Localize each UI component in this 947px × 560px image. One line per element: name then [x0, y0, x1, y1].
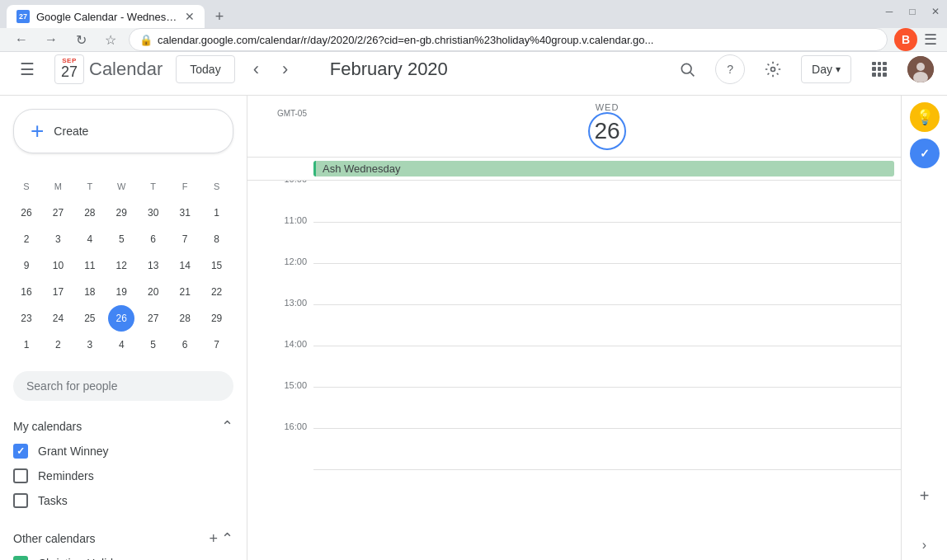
tasks-panel-icon[interactable]: ✓ — [910, 139, 940, 168]
add-other-calendar-icon[interactable]: + — [209, 530, 218, 548]
app: ☰ SEP 27 Calendar Today ‹ › February 202… — [0, 43, 947, 560]
create-button[interactable]: + Create — [13, 109, 233, 153]
my-calendars-header[interactable]: My calendars ⌃ — [13, 414, 233, 439]
apps-button[interactable] — [865, 54, 894, 84]
view-selector[interactable]: Day ▾ — [801, 55, 851, 83]
minimize-button[interactable]: ─ — [878, 0, 901, 23]
calendar-main: GMT-05 WED 26 Ash Wednesday 10:00 — [247, 96, 901, 560]
tab-close-icon[interactable]: ✕ — [185, 10, 195, 23]
expand-my-calendars-icon[interactable]: ⌃ — [221, 417, 233, 435]
create-plus-icon: + — [31, 120, 44, 143]
browser-chrome: ─ □ ✕ 27 Google Calendar - Wednesday, Fe… — [0, 0, 947, 43]
time-row: 16:00 — [247, 428, 901, 469]
mini-cal-header-row: S M T W T F S — [13, 173, 233, 200]
reminders-checkbox[interactable] — [13, 468, 28, 483]
day-name: WED — [596, 102, 620, 112]
time-row: 10:00 — [247, 181, 901, 222]
calendar-logo: SEP 27 Calendar — [54, 54, 163, 84]
other-calendars-section: Other calendars + ⌃ ✓ Christian Holidays — [0, 520, 247, 560]
search-button[interactable] — [672, 54, 702, 84]
prev-arrow[interactable]: ‹ — [248, 54, 264, 85]
mini-calendar: S M T W T F S 26 27 28 29 30 31 1 — [0, 167, 247, 365]
logo-icon: SEP 27 — [54, 54, 84, 84]
app-name: Calendar — [89, 59, 163, 80]
all-day-row: Ash Wednesday — [247, 158, 901, 181]
day-column-header: WED 26 — [313, 102, 901, 150]
create-label: Create — [54, 125, 88, 138]
gmt-label: GMT-05 — [247, 102, 313, 118]
time-row: 13:00 — [247, 304, 901, 346]
grant-winney-checkbox[interactable]: ✓ — [13, 444, 28, 459]
sidebar: + Create S M T W T F S 26 27 28 2 — [0, 96, 247, 560]
day-header: GMT-05 WED 26 — [247, 96, 901, 158]
scroll-area: 10:00 11:00 12:00 13:00 — [247, 181, 901, 560]
calendar-item-christian-holidays[interactable]: ✓ Christian Holidays — [13, 551, 233, 560]
day-number[interactable]: 26 — [588, 112, 626, 150]
search-people-input[interactable]: Search for people — [13, 371, 233, 401]
calendar-content: 10:00 11:00 12:00 13:00 — [247, 181, 901, 560]
calendar-item-grant-winney[interactable]: ✓ Grant Winney — [13, 439, 233, 464]
my-calendars-title: My calendars — [13, 420, 82, 433]
suggestions-icon[interactable]: 💡 — [910, 102, 940, 132]
tab-title: Google Calendar - Wednesday, Fe — [36, 11, 178, 23]
svg-point-4 — [916, 63, 925, 71]
calendar-item-reminders[interactable]: Reminders — [13, 464, 233, 488]
settings-button[interactable] — [758, 54, 788, 84]
user-avatar[interactable] — [907, 56, 934, 82]
christian-holidays-label: Christian Holidays — [38, 557, 131, 560]
month-title: February 2020 — [306, 59, 471, 80]
time-row: 12:00 — [247, 263, 901, 304]
hamburger-menu[interactable]: ☰ — [13, 53, 41, 86]
time-row: 15:00 — [247, 387, 901, 428]
app-body: + Create S M T W T F S 26 27 28 2 — [0, 96, 947, 560]
help-button[interactable]: ? — [715, 54, 745, 84]
other-calendars-title: Other calendars — [13, 532, 96, 545]
today-button[interactable]: Today — [176, 55, 234, 83]
tasks-checkbox[interactable] — [13, 493, 28, 508]
my-calendars-section: My calendars ⌃ ✓ Grant Winney Reminders — [0, 407, 247, 520]
right-panel: 💡 ✓ + › — [901, 96, 947, 560]
reminders-label: Reminders — [38, 469, 94, 482]
app-header: ☰ SEP 27 Calendar Today ‹ › February 202… — [0, 43, 947, 96]
maximize-button[interactable]: □ — [901, 0, 924, 23]
grant-winney-label: Grant Winney — [38, 445, 109, 458]
christian-holidays-checkbox[interactable]: ✓ — [13, 556, 28, 560]
time-row — [247, 469, 901, 511]
next-arrow[interactable]: › — [277, 54, 293, 85]
tab-favicon: 27 — [16, 10, 30, 23]
time-row: 14:00 — [247, 346, 901, 387]
tasks-label: Tasks — [38, 494, 68, 507]
svg-line-1 — [690, 72, 695, 76]
close-button[interactable]: ✕ — [924, 0, 947, 23]
add-panel-icon[interactable]: + — [910, 481, 940, 511]
all-day-event[interactable]: Ash Wednesday — [313, 161, 894, 176]
svg-point-0 — [681, 64, 691, 73]
expand-right-icon[interactable]: › — [910, 530, 940, 560]
other-calendars-header[interactable]: Other calendars + ⌃ — [13, 526, 233, 551]
calendar-item-tasks[interactable]: Tasks — [13, 488, 233, 513]
active-tab[interactable]: 27 Google Calendar - Wednesday, Fe ✕ — [7, 5, 205, 28]
mini-cal-day-header: S — [13, 173, 40, 200]
time-row: 11:00 — [247, 222, 901, 263]
svg-point-2 — [771, 67, 775, 71]
expand-other-calendars-icon[interactable]: ⌃ — [221, 529, 233, 548]
new-tab-button[interactable]: + — [208, 5, 231, 28]
